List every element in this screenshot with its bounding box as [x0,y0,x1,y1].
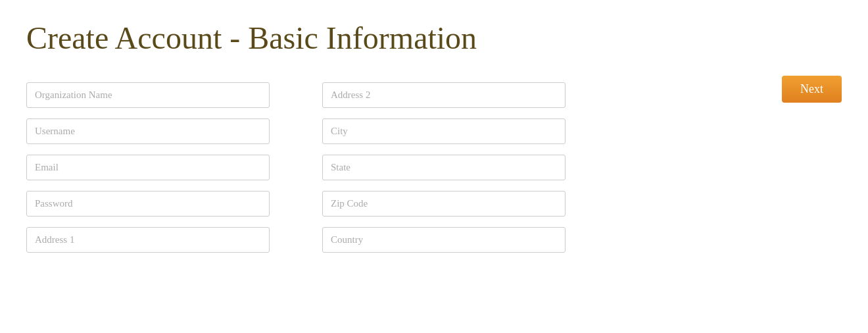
organization-name-input[interactable] [26,82,270,108]
address1-input[interactable] [26,227,270,253]
password-input[interactable] [26,191,270,217]
country-input[interactable] [322,227,566,253]
username-input[interactable] [26,118,270,144]
next-button-container: Next [782,76,842,103]
form-area: Next [26,82,842,253]
right-column [322,82,566,253]
zipcode-input[interactable] [322,191,566,217]
left-column [26,82,270,253]
form-columns [26,82,842,253]
state-input[interactable] [322,155,566,180]
email-input[interactable] [26,155,270,180]
city-input[interactable] [322,118,566,144]
address2-input[interactable] [322,82,566,108]
page-title: Create Account - Basic Information [26,20,842,56]
next-button[interactable]: Next [782,76,842,103]
